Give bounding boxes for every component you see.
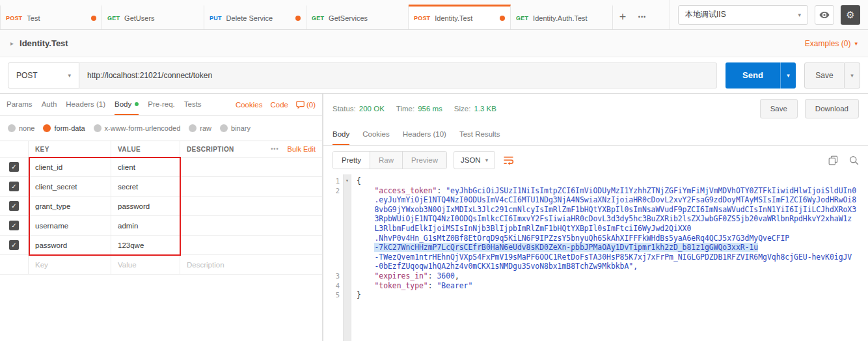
- view-preview[interactable]: Preview: [403, 152, 446, 169]
- row-checkbox[interactable]: ✓: [9, 201, 19, 211]
- mode-urlencoded[interactable]: x-www-form-urlencoded: [94, 124, 181, 132]
- key-placeholder[interactable]: Key: [35, 261, 48, 269]
- tab-headers[interactable]: Headers (1): [66, 94, 105, 115]
- description-cell[interactable]: [180, 236, 322, 254]
- response-tab-body[interactable]: Body: [332, 124, 349, 145]
- code-text: .NhvP0v4Hn_G1sMtZ0Bf8EtOrqD9q5KiLN6F9IPZ…: [351, 234, 789, 243]
- mode-raw[interactable]: raw: [189, 124, 211, 132]
- environment-quick-look-button[interactable]: [815, 5, 834, 25]
- time-label: Time:: [396, 105, 414, 113]
- response-toolbar: Pretty Raw Preview JSON ▾: [323, 146, 868, 174]
- request-tab-getservices[interactable]: GET GetServices: [306, 5, 409, 29]
- new-tab-button[interactable]: +: [613, 5, 632, 29]
- table-header: KEY VALUE DESCRIPTION ••• Bulk Edit: [0, 141, 322, 157]
- radio-icon: [94, 124, 102, 132]
- description-cell[interactable]: [180, 157, 322, 176]
- url-input[interactable]: [79, 62, 717, 89]
- search-icon[interactable]: [849, 156, 859, 165]
- tab-overflow-button[interactable]: •••: [632, 5, 652, 29]
- key-cell[interactable]: username: [29, 216, 111, 235]
- tab-auth[interactable]: Auth: [42, 94, 57, 115]
- code-line: 5 }: [323, 290, 868, 300]
- mode-binary[interactable]: binary: [220, 124, 251, 132]
- description-cell[interactable]: [180, 216, 322, 235]
- url-bar: POST ▾ Send ▾ Save ▾: [0, 57, 868, 94]
- eye-icon: [819, 11, 830, 19]
- download-response-button[interactable]: Download: [805, 99, 859, 118]
- code-text: L3RlbmFudElkIjoiMSIsInNjb3BlIjpbImRlZmF1…: [351, 224, 691, 234]
- examples-label: Examples (0): [805, 39, 851, 48]
- unsaved-dot-icon: [500, 16, 505, 21]
- tab-body[interactable]: Body: [115, 94, 139, 115]
- row-checkbox[interactable]: ✓: [9, 182, 19, 191]
- cookies-link[interactable]: Cookies: [236, 101, 263, 109]
- request-tab-identity-test[interactable]: POST Identity.Test: [409, 5, 511, 29]
- save-button[interactable]: Save: [804, 62, 845, 89]
- tab-title: Delete Service: [226, 14, 292, 22]
- request-tab-getusers[interactable]: GET GetUsers: [102, 5, 204, 29]
- code-text: "expires_in": 3600,: [351, 271, 459, 281]
- request-tab-delete-service[interactable]: PUT Delete Service: [204, 5, 306, 29]
- request-tab-strip: POST Test GET GetUsers PUT Delete Servic…: [0, 0, 670, 29]
- http-method-select[interactable]: POST ▾: [8, 62, 79, 89]
- code-link[interactable]: Code: [270, 101, 288, 109]
- value-cell[interactable]: password: [111, 197, 180, 215]
- wrap-text-button[interactable]: [503, 156, 514, 165]
- request-tab-identity-auth-test[interactable]: GET Identity.Auth.Test: [511, 5, 613, 29]
- tab-params[interactable]: Params: [7, 94, 33, 115]
- postman-window: POST Test GET GetUsers PUT Delete Servic…: [0, 0, 868, 341]
- settings-button[interactable]: ⚙: [841, 5, 860, 25]
- description-placeholder[interactable]: Description: [187, 261, 224, 269]
- row-checkbox[interactable]: ✓: [9, 240, 19, 250]
- format-select[interactable]: JSON ▾: [454, 151, 495, 169]
- value-cell[interactable]: secret: [111, 177, 180, 196]
- code-line-wrap: L3RlbmFudElkIjoiMSIsInNjb3BlIjpbImRlZmF1…: [323, 224, 868, 234]
- bulk-edit-link[interactable]: Bulk Edit: [288, 145, 316, 153]
- environment-controls: 本地调试IIS ▾ ⚙: [670, 0, 868, 29]
- body-present-dot-icon: [135, 102, 139, 106]
- response-tab-test-results[interactable]: Test Results: [459, 124, 500, 145]
- row-checkbox[interactable]: ✓: [9, 221, 19, 230]
- response-tab-cookies[interactable]: Cookies: [362, 124, 390, 145]
- row-checkbox[interactable]: ✓: [9, 162, 19, 172]
- tab-tests[interactable]: Tests: [184, 94, 202, 115]
- chevron-down-icon: ▾: [485, 157, 489, 163]
- copy-icon[interactable]: [828, 156, 838, 165]
- request-tab-test[interactable]: POST Test: [0, 5, 102, 29]
- response-pane: Status: 200 OK Time: 956 ms Size: 1.3 KB…: [323, 94, 868, 341]
- tab-pre-request[interactable]: Pre-req.: [148, 94, 175, 115]
- key-cell[interactable]: client_secret: [29, 177, 111, 196]
- examples-dropdown[interactable]: Examples (0) ▾: [805, 39, 858, 48]
- value-cell[interactable]: admin: [111, 216, 180, 235]
- value-cell[interactable]: 123qwe: [111, 236, 180, 254]
- line-number: 3: [323, 271, 343, 281]
- fold-toggle[interactable]: ▾: [343, 176, 351, 186]
- send-options-button[interactable]: ▾: [780, 62, 796, 89]
- table-options-icon[interactable]: •••: [271, 146, 278, 152]
- environment-name: 本地调试IIS: [685, 9, 726, 20]
- collapse-arrow-icon[interactable]: ▸: [10, 40, 14, 47]
- description-cell[interactable]: [180, 197, 322, 215]
- request-editor-pane: Params Auth Headers (1) Body Pre-req. Te…: [0, 94, 323, 341]
- view-raw[interactable]: Raw: [370, 152, 403, 169]
- save-options-button[interactable]: ▾: [845, 62, 860, 89]
- code-line: 1 ▾ {: [323, 176, 868, 186]
- key-cell[interactable]: grant_type: [29, 197, 111, 215]
- code-text: }: [351, 290, 361, 300]
- mode-none[interactable]: none: [8, 124, 34, 132]
- response-tab-headers[interactable]: Headers (10): [403, 124, 446, 145]
- view-pretty[interactable]: Pretty: [333, 152, 370, 169]
- tab-title: Test: [27, 14, 87, 22]
- http-method-value: POST: [16, 71, 38, 80]
- save-response-button[interactable]: Save: [760, 99, 798, 118]
- mode-form-data[interactable]: form-data: [43, 124, 85, 132]
- key-cell[interactable]: client_id: [29, 157, 111, 176]
- key-cell[interactable]: password: [29, 236, 111, 254]
- value-placeholder[interactable]: Value: [118, 261, 137, 269]
- value-cell[interactable]: client: [111, 157, 180, 176]
- environment-select[interactable]: 本地调试IIS ▾: [678, 5, 808, 25]
- table-row: ✓ client_secret secret: [0, 177, 322, 197]
- description-cell[interactable]: [180, 177, 322, 196]
- send-button[interactable]: Send: [726, 62, 780, 89]
- comments-button[interactable]: (0): [296, 101, 316, 109]
